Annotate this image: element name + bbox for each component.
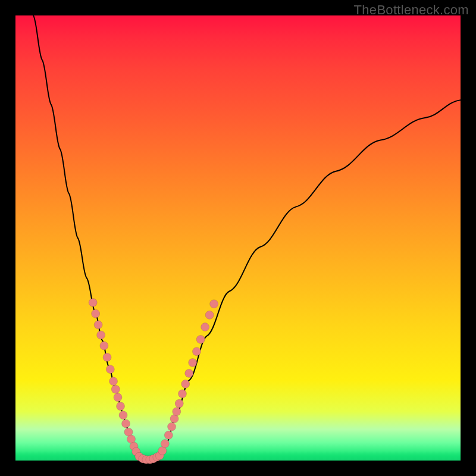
data-point xyxy=(111,385,120,393)
data-point xyxy=(210,300,218,308)
curve-left-branch xyxy=(33,15,139,456)
data-point xyxy=(100,342,108,350)
data-point xyxy=(178,390,187,398)
data-point xyxy=(106,365,114,374)
data-point xyxy=(94,321,102,329)
data-point xyxy=(103,353,111,361)
data-points-group xyxy=(89,298,218,464)
data-point xyxy=(168,422,176,431)
data-point xyxy=(205,311,214,319)
plot-area xyxy=(15,15,461,461)
data-point xyxy=(164,431,173,439)
data-point xyxy=(114,393,122,402)
data-point xyxy=(196,336,205,344)
data-point xyxy=(97,331,105,339)
data-point xyxy=(109,377,118,386)
data-point xyxy=(173,408,181,416)
curve-right-branch xyxy=(161,100,461,456)
watermark-text: TheBottleneck.com xyxy=(354,2,469,18)
data-point xyxy=(175,399,183,408)
data-point xyxy=(185,369,193,377)
data-point xyxy=(189,358,197,367)
data-point xyxy=(92,309,100,318)
data-point xyxy=(201,323,209,331)
data-point xyxy=(192,347,201,356)
data-point xyxy=(122,419,130,428)
data-point xyxy=(181,380,190,388)
data-point xyxy=(89,298,97,306)
data-point xyxy=(119,411,127,419)
data-point xyxy=(161,440,169,448)
data-point xyxy=(117,402,125,411)
chart-frame: TheBottleneck.com xyxy=(0,0,476,476)
bottleneck-curve-svg xyxy=(15,15,461,461)
